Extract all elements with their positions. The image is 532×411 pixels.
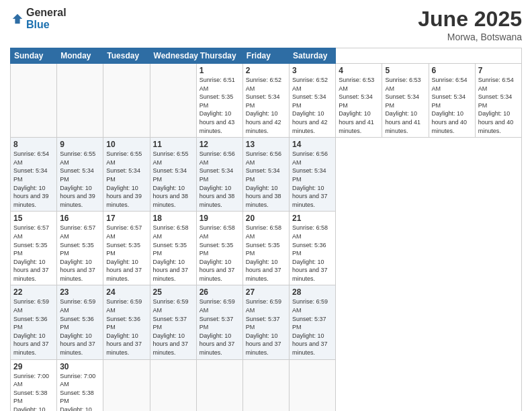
day-number: 12 xyxy=(200,140,240,149)
page: General Blue June 2025 Morwa, Botswana S… xyxy=(0,0,532,411)
calendar-day-cell xyxy=(103,359,150,411)
day-info: Sunrise: 6:55 AMSunset: 5:34 PMDaylight:… xyxy=(60,150,100,209)
day-number: 25 xyxy=(153,287,193,297)
calendar-week-row: 29Sunrise: 7:00 AMSunset: 5:38 PMDayligh… xyxy=(11,359,522,411)
logo: General Blue xyxy=(10,7,66,30)
day-info: Sunrise: 6:59 AMSunset: 5:36 PMDaylight:… xyxy=(106,298,146,357)
location-subtitle: Morwa, Botswana xyxy=(418,32,522,42)
calendar-day-cell: 15Sunrise: 6:57 AMSunset: 5:35 PMDayligh… xyxy=(11,212,57,285)
title-area: June 2025 Morwa, Botswana xyxy=(418,7,522,42)
calendar-header-monday: Monday xyxy=(57,48,103,64)
header: General Blue June 2025 Morwa, Botswana xyxy=(10,7,522,42)
day-info: Sunrise: 7:00 AMSunset: 5:38 PMDaylight:… xyxy=(13,372,54,411)
calendar-week-row: 1Sunrise: 6:51 AMSunset: 5:35 PMDaylight… xyxy=(11,64,522,138)
calendar-day-cell: 10Sunrise: 6:55 AMSunset: 5:34 PMDayligh… xyxy=(103,138,150,212)
day-info: Sunrise: 6:59 AMSunset: 5:37 PMDaylight:… xyxy=(246,298,286,357)
calendar-day-cell: 19Sunrise: 6:58 AMSunset: 5:35 PMDayligh… xyxy=(196,212,242,285)
svg-marker-0 xyxy=(13,13,22,23)
day-info: Sunrise: 6:57 AMSunset: 5:35 PMDaylight:… xyxy=(60,224,100,283)
calendar-day-cell xyxy=(196,359,242,411)
logo-general: General xyxy=(26,7,66,19)
calendar-day-cell xyxy=(103,64,150,138)
day-number: 5 xyxy=(385,66,425,75)
calendar-week-row: 15Sunrise: 6:57 AMSunset: 5:35 PMDayligh… xyxy=(11,212,522,285)
calendar-day-cell: 2Sunrise: 6:52 AMSunset: 5:34 PMDaylight… xyxy=(242,64,289,138)
day-number: 11 xyxy=(153,140,193,149)
day-number: 24 xyxy=(106,287,146,297)
day-number: 22 xyxy=(13,287,54,297)
calendar-header-tuesday: Tuesday xyxy=(103,48,150,64)
day-info: Sunrise: 6:53 AMSunset: 5:34 PMDaylight:… xyxy=(385,76,425,135)
day-info: Sunrise: 6:55 AMSunset: 5:34 PMDaylight:… xyxy=(106,150,146,209)
day-number: 1 xyxy=(200,66,240,75)
day-info: Sunrise: 6:58 AMSunset: 5:36 PMDaylight:… xyxy=(292,224,332,283)
day-info: Sunrise: 6:52 AMSunset: 5:34 PMDaylight:… xyxy=(246,76,286,135)
calendar-day-cell: 5Sunrise: 6:53 AMSunset: 5:34 PMDaylight… xyxy=(382,64,429,138)
calendar-header-friday: Friday xyxy=(242,48,289,64)
day-info: Sunrise: 6:55 AMSunset: 5:34 PMDaylight:… xyxy=(153,150,193,209)
day-info: Sunrise: 6:57 AMSunset: 5:35 PMDaylight:… xyxy=(106,224,146,283)
day-number: 15 xyxy=(13,214,54,223)
day-info: Sunrise: 6:58 AMSunset: 5:35 PMDaylight:… xyxy=(246,224,286,283)
day-info: Sunrise: 6:56 AMSunset: 5:34 PMDaylight:… xyxy=(292,150,332,209)
calendar-header-row: SundayMondayTuesdayWednesdayThursdayFrid… xyxy=(11,48,522,64)
calendar-day-cell: 26Sunrise: 6:59 AMSunset: 5:37 PMDayligh… xyxy=(196,285,242,359)
calendar-header-wednesday: Wednesday xyxy=(150,48,196,64)
calendar-day-cell: 24Sunrise: 6:59 AMSunset: 5:36 PMDayligh… xyxy=(103,285,150,359)
calendar-day-cell: 12Sunrise: 6:56 AMSunset: 5:34 PMDayligh… xyxy=(196,138,242,212)
logo-text: General Blue xyxy=(26,7,66,30)
day-info: Sunrise: 6:54 AMSunset: 5:34 PMDaylight:… xyxy=(478,76,519,135)
day-info: Sunrise: 7:00 AMSunset: 5:38 PMDaylight:… xyxy=(60,372,100,411)
calendar-day-cell: 18Sunrise: 6:58 AMSunset: 5:35 PMDayligh… xyxy=(150,212,196,285)
day-number: 30 xyxy=(60,362,100,371)
month-title: June 2025 xyxy=(418,7,522,32)
calendar-day-cell: 7Sunrise: 6:54 AMSunset: 5:34 PMDaylight… xyxy=(475,64,521,138)
day-number: 20 xyxy=(246,214,286,223)
calendar-day-cell: 17Sunrise: 6:57 AMSunset: 5:35 PMDayligh… xyxy=(103,212,150,285)
calendar-day-cell xyxy=(150,64,196,138)
calendar-week-row: 22Sunrise: 6:59 AMSunset: 5:36 PMDayligh… xyxy=(11,285,522,359)
logo-icon xyxy=(11,13,24,25)
calendar-day-cell: 27Sunrise: 6:59 AMSunset: 5:37 PMDayligh… xyxy=(242,285,289,359)
day-info: Sunrise: 6:59 AMSunset: 5:37 PMDaylight:… xyxy=(200,298,240,357)
calendar-day-cell: 8Sunrise: 6:54 AMSunset: 5:34 PMDaylight… xyxy=(11,138,57,212)
day-info: Sunrise: 6:59 AMSunset: 5:36 PMDaylight:… xyxy=(60,298,100,357)
calendar-day-cell: 25Sunrise: 6:59 AMSunset: 5:37 PMDayligh… xyxy=(150,285,196,359)
day-number: 27 xyxy=(246,287,286,297)
calendar-day-cell: 16Sunrise: 6:57 AMSunset: 5:35 PMDayligh… xyxy=(57,212,103,285)
day-info: Sunrise: 6:54 AMSunset: 5:34 PMDaylight:… xyxy=(13,150,54,209)
day-number: 7 xyxy=(478,66,519,75)
calendar-day-cell: 6Sunrise: 6:54 AMSunset: 5:34 PMDaylight… xyxy=(429,64,475,138)
calendar-day-cell xyxy=(150,359,196,411)
calendar-day-cell: 11Sunrise: 6:55 AMSunset: 5:34 PMDayligh… xyxy=(150,138,196,212)
day-number: 18 xyxy=(153,214,193,223)
calendar-day-cell: 1Sunrise: 6:51 AMSunset: 5:35 PMDaylight… xyxy=(196,64,242,138)
day-number: 13 xyxy=(246,140,286,149)
calendar-day-cell: 13Sunrise: 6:56 AMSunset: 5:34 PMDayligh… xyxy=(242,138,289,212)
day-info: Sunrise: 6:59 AMSunset: 5:37 PMDaylight:… xyxy=(153,298,193,357)
day-info: Sunrise: 6:51 AMSunset: 5:35 PMDaylight:… xyxy=(200,76,240,135)
calendar-week-row: 8Sunrise: 6:54 AMSunset: 5:34 PMDaylight… xyxy=(11,138,522,212)
day-number: 29 xyxy=(13,362,54,371)
day-number: 14 xyxy=(292,140,332,149)
day-number: 28 xyxy=(292,287,332,297)
day-info: Sunrise: 6:58 AMSunset: 5:35 PMDaylight:… xyxy=(200,224,240,283)
day-info: Sunrise: 6:56 AMSunset: 5:34 PMDaylight:… xyxy=(246,150,286,209)
day-number: 3 xyxy=(292,66,332,75)
day-info: Sunrise: 6:52 AMSunset: 5:34 PMDaylight:… xyxy=(292,76,332,135)
day-number: 23 xyxy=(60,287,100,297)
calendar-day-cell: 23Sunrise: 6:59 AMSunset: 5:36 PMDayligh… xyxy=(57,285,103,359)
day-number: 17 xyxy=(106,214,146,223)
calendar-day-cell: 28Sunrise: 6:59 AMSunset: 5:37 PMDayligh… xyxy=(290,285,336,359)
calendar-day-cell: 4Sunrise: 6:53 AMSunset: 5:34 PMDaylight… xyxy=(336,64,382,138)
day-number: 9 xyxy=(60,140,100,149)
day-number: 2 xyxy=(246,66,286,75)
calendar-day-cell: 30Sunrise: 7:00 AMSunset: 5:38 PMDayligh… xyxy=(57,359,103,411)
calendar-day-cell: 21Sunrise: 6:58 AMSunset: 5:36 PMDayligh… xyxy=(290,212,336,285)
logo-blue: Blue xyxy=(26,19,66,31)
calendar-day-cell xyxy=(290,359,336,411)
day-info: Sunrise: 6:59 AMSunset: 5:37 PMDaylight:… xyxy=(292,298,332,357)
day-number: 21 xyxy=(292,214,332,223)
calendar-header-saturday: Saturday xyxy=(290,48,336,64)
day-number: 6 xyxy=(432,66,472,75)
